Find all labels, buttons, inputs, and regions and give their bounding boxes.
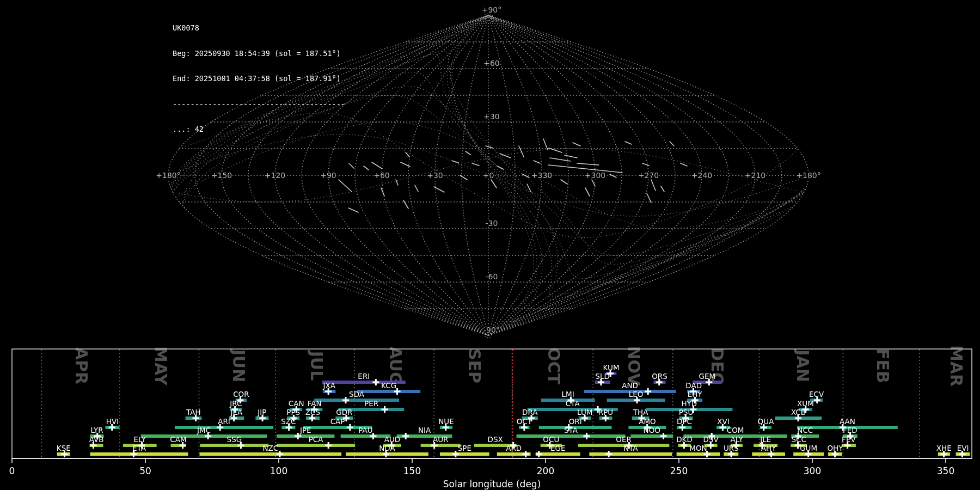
meteor-count-line: ...: 42 <box>173 125 345 134</box>
end-time-line: End: 20251001 04:37:58 (sol = 187.91°) <box>173 75 345 83</box>
observation-header: UK0078 Beg: 20250930 18:54:39 (sol = 187… <box>173 7 345 151</box>
meteor-station-screen: { "header": { "station": "UK0078", "beg_… <box>0 0 980 490</box>
shower-activity-timeline-canvas <box>0 0 980 490</box>
header-separator: --------------------------------------- <box>173 100 345 109</box>
begin-time-line: Beg: 20250930 18:54:39 (sol = 187.51°) <box>173 50 345 58</box>
station-id: UK0078 <box>173 24 345 33</box>
